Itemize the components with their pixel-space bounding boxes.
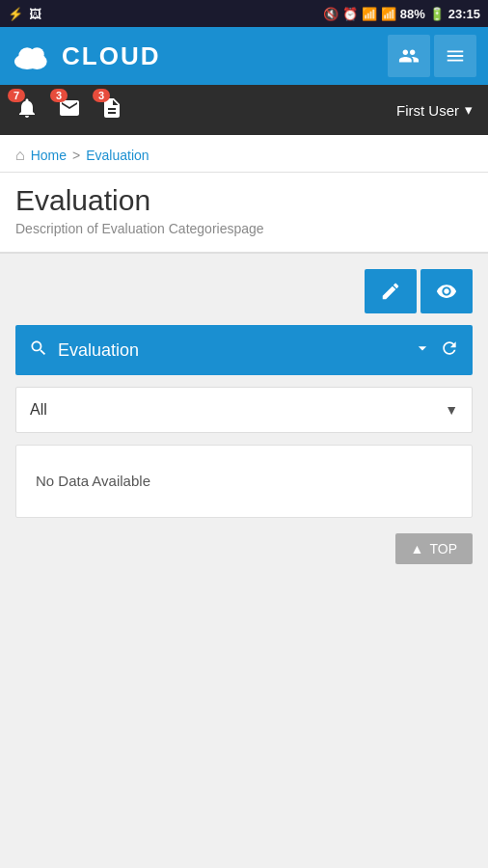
main-content: Evaluation All ▼ No Data Available ▲ TOP xyxy=(0,254,488,736)
cloud-logo-icon xyxy=(12,41,54,71)
mute-icon: 🔇 xyxy=(323,7,339,21)
search-refresh-icon[interactable] xyxy=(440,339,459,363)
battery-icon: 🔋 xyxy=(429,7,445,21)
alarm-icon: ⏰ xyxy=(342,7,358,21)
user-chevron-icon: ▾ xyxy=(465,101,473,119)
filter-arrow-icon: ▼ xyxy=(445,402,458,418)
notification-bar: 7 3 3 First User ▾ xyxy=(0,85,488,135)
top-navbar: CLOUD xyxy=(0,27,488,85)
image-icon: 🖼 xyxy=(29,7,41,21)
eye-icon xyxy=(436,281,457,302)
page-header: Evaluation Description of Evaluation Cat… xyxy=(0,173,488,253)
filter-dropdown[interactable]: All ▼ xyxy=(15,387,473,433)
breadcrumb-separator: > xyxy=(72,148,80,163)
view-button[interactable] xyxy=(420,269,473,313)
docs-badge: 3 xyxy=(93,89,110,102)
breadcrumb-home-link[interactable]: Home xyxy=(31,148,67,163)
action-buttons xyxy=(15,269,473,313)
time-display: 23:15 xyxy=(448,7,480,21)
battery-percent: 88% xyxy=(400,7,425,21)
docs-icon-item[interactable]: 3 xyxy=(100,96,123,123)
status-bar: ⚡ 🖼 🔇 ⏰ 📶 📶 88% 🔋 23:15 xyxy=(0,0,488,27)
search-actions xyxy=(413,339,459,363)
top-label: TOP xyxy=(429,541,457,556)
svg-point-3 xyxy=(30,47,44,62)
page-description: Description of Evaluation Categoriespage xyxy=(15,221,473,236)
search-bar: Evaluation xyxy=(15,325,473,375)
people-button[interactable] xyxy=(388,35,430,77)
nav-icons xyxy=(388,35,476,77)
home-icon: ⌂ xyxy=(15,147,25,164)
user-menu[interactable]: First User ▾ xyxy=(396,101,473,119)
search-icon xyxy=(29,339,48,363)
no-data-message: No Data Available xyxy=(36,473,150,489)
top-arrow-icon: ▲ xyxy=(411,541,424,556)
no-data-container: No Data Available xyxy=(15,445,473,518)
scroll-to-top-button[interactable]: ▲ TOP xyxy=(395,533,473,564)
edit-icon xyxy=(380,281,401,302)
top-button-area: ▲ TOP xyxy=(15,533,473,564)
signal-icon: 📶 xyxy=(381,7,396,21)
page-title: Evaluation xyxy=(15,184,473,217)
menu-button[interactable] xyxy=(434,35,476,77)
status-bar-right: 🔇 ⏰ 📶 📶 88% 🔋 23:15 xyxy=(323,7,480,21)
logo-area: CLOUD xyxy=(12,41,160,71)
hamburger-icon xyxy=(445,45,466,67)
filter-selected-value: All xyxy=(30,401,47,419)
logo-text: CLOUD xyxy=(62,41,160,71)
wifi-icon: 📶 xyxy=(362,7,377,21)
status-bar-left: ⚡ 🖼 xyxy=(8,7,41,21)
page-header-section: ⌂ Home > Evaluation Evaluation Descripti… xyxy=(0,135,488,254)
notifications-badge: 7 xyxy=(8,89,25,102)
notifications-bell[interactable]: 7 xyxy=(15,96,39,123)
messages-icon-item[interactable]: 3 xyxy=(58,96,81,123)
search-label: Evaluation xyxy=(58,340,403,361)
people-icon xyxy=(398,45,420,67)
edit-button[interactable] xyxy=(365,269,417,313)
usb-icon: ⚡ xyxy=(8,7,23,21)
breadcrumb-current: Evaluation xyxy=(86,148,149,163)
search-chevron-icon[interactable] xyxy=(413,339,432,363)
breadcrumb: ⌂ Home > Evaluation xyxy=(0,135,488,173)
user-name: First User xyxy=(396,102,459,119)
messages-badge: 3 xyxy=(50,89,68,102)
